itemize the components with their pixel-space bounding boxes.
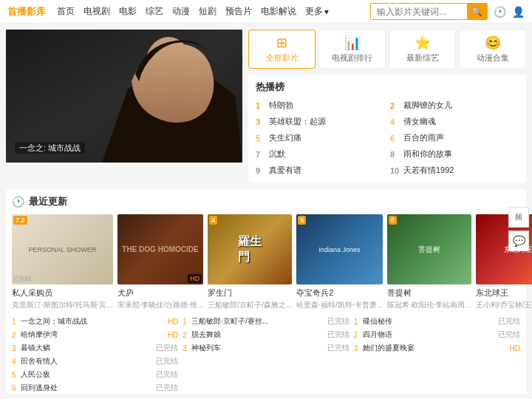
tab-variety[interactable]: ⭐ 最新综艺 [389, 30, 456, 69]
main-nav: 首页 电视剧 电影 综艺 动漫 短剧 预告片 电影解说 更多 ▾ [57, 5, 370, 18]
nav-movie[interactable]: 电影 [119, 5, 137, 18]
nav-review[interactable]: 电影解说 [261, 5, 296, 18]
movie-poster: 5 菩提树 [387, 214, 471, 284]
list-item[interactable]: 2 哈纳摩伊湾 HD [12, 328, 178, 341]
below-col-2: 1 三船敏郎·京町子/赛丝... 已完结 2 脱去舞娘 已完结 3 神秘列车 已… [183, 315, 349, 393]
tab-all-movies[interactable]: ⊞ 全部影片 [248, 30, 316, 69]
tab-tv-rank[interactable]: 📊 电视剧排行 [318, 30, 386, 69]
main-content: 一念之: 城市战战 ⊞ 全部影片 📊 电视剧排行 ⭐ [0, 24, 532, 393]
movie-desc: 克里斯汀·斯图尔特/托马斯·宾... [12, 300, 113, 310]
list-item[interactable]: 3 英雄联盟：起源 [256, 115, 384, 129]
list-item[interactable]: 3 暮镜大鳞 已完结 [12, 341, 178, 355]
list-item[interactable]: 9 真爱有谱 [256, 163, 384, 177]
list-item[interactable]: 5 人民公敌 已完结 [12, 368, 178, 381]
list-item[interactable]: 2 脱去舞娘 已完结 [183, 328, 349, 341]
search-button[interactable]: 🔍 [467, 4, 487, 19]
banner-subtitle: 一念之: 城市战战 [15, 143, 85, 154]
below-grid: 1 一念之间：城市战战 HD 2 哈纳摩伊湾 HD 3 暮镜大鳞 已完结 [12, 315, 520, 393]
list-item[interactable]: 6 百合的雨声 [390, 131, 519, 145]
score-badge: 4 [209, 216, 217, 225]
grid-icon: ⊞ [276, 35, 287, 51]
header-icons: 🕐 👤 [494, 6, 525, 18]
movie-title: 私人采购员 [12, 287, 113, 299]
side-buttons: 频 💬 [508, 207, 529, 251]
score-badge: 5 [389, 216, 397, 225]
movie-desc: 哈里森·福特/凯特·卡普萧... [296, 300, 383, 310]
logo[interactable]: 首播影库 [7, 5, 46, 18]
movie-grid: 7.2 PERSONAL SHOWER 已完结 私人采购员 克里斯汀·斯图尔特/… [12, 214, 520, 310]
score-badge: 5 [298, 216, 306, 225]
below-col-3: 1 碟仙秘传 已完结 2 四月物语 已完结 3 她们的盛夏晚宴 HD [354, 315, 520, 393]
chevron-down-icon: ▾ [324, 7, 329, 17]
history-icon[interactable]: 🕐 [494, 6, 506, 18]
nav-trailer[interactable]: 预告片 [225, 5, 252, 18]
list-item[interactable]: 2 裁脚镣的女儿 [390, 98, 519, 112]
movie-title: 犬庐 [117, 287, 204, 299]
list-item[interactable]: 4 田舍有情人 已完结 [12, 355, 178, 368]
nav-variety[interactable]: 综艺 [146, 5, 163, 18]
list-item[interactable]: 3 她们的盛夏晚宴 HD [354, 341, 520, 355]
list-item[interactable]: 2 四月物语 已完结 [354, 328, 520, 341]
list-item[interactable]: 3 神秘列车 已完结 [183, 341, 349, 355]
search-input[interactable] [371, 4, 467, 19]
header: 首播影库 首页 电视剧 电影 综艺 动漫 短剧 预告片 电影解说 更多 ▾ 🔍 … [0, 0, 532, 24]
list-item[interactable]: 5 失生幻痛 [256, 131, 384, 145]
left-panel: 一念之: 城市战战 ⊞ 全部影片 📊 电视剧排行 ⭐ [6, 30, 526, 387]
tabs: ⊞ 全部影片 📊 电视剧排行 ⭐ 最新综艺 😊 动漫合集 [248, 30, 526, 69]
smile-icon: 😊 [485, 35, 501, 51]
search-box: 🔍 [370, 3, 488, 20]
list-item[interactable]: 8 雨和你的故事 [390, 147, 519, 161]
movie-poster: 7.2 PERSONAL SHOWER 已完结 [12, 214, 113, 284]
nav-short[interactable]: 短剧 [199, 5, 216, 18]
list-item[interactable]: 10 天若有情1992 [390, 163, 519, 177]
movie-card[interactable]: 5 菩提树 菩提树 陈冠希·欧阳伦·李站南周... [387, 214, 471, 310]
nav-tv[interactable]: 电视剧 [83, 5, 110, 18]
nav-home[interactable]: 首页 [57, 5, 75, 18]
movie-title: 夺宝奇兵2 [296, 287, 383, 299]
movie-desc: 宋承熙·李晓佳/台路德·维... [117, 300, 204, 310]
movie-desc: 陈冠希·欧阳伦·李站南周... [387, 300, 471, 310]
list-item[interactable]: 1 一念之间：城市战战 HD [12, 315, 178, 328]
hot-grid: 1 特朗勃 2 裁脚镣的女儿 3 英雄联盟：起源 4 [256, 98, 519, 177]
section-header: 🕐 最近更新 [12, 195, 520, 208]
movie-desc: 王小利/乔宝林/王芸/克丽... [476, 300, 532, 310]
star-icon: ⭐ [415, 35, 431, 51]
list-item[interactable]: 1 特朗勃 [256, 98, 384, 112]
top-row: 一念之: 城市战战 ⊞ 全部影片 📊 电视剧排行 ⭐ [6, 30, 526, 183]
nav-anime[interactable]: 动漫 [172, 5, 190, 18]
list-item[interactable]: 4 倩女幽魂 [390, 115, 519, 129]
score-badge: 7.2 [13, 216, 27, 225]
movie-desc: 三船敏郎/京町子/森雅之... [208, 300, 292, 310]
movie-poster: HD THE DOG HOMOCIDE [117, 214, 204, 284]
section-title: 最近更新 [29, 195, 67, 208]
movie-card[interactable]: 7.2 PERSONAL SHOWER 已完结 私人采购员 克里斯汀·斯图尔特/… [12, 214, 113, 310]
tab-anime[interactable]: 😊 动漫合集 [459, 30, 526, 69]
side-btn-freq[interactable]: 频 [508, 207, 529, 228]
right-panel: ⊞ 全部影片 📊 电视剧排行 ⭐ 最新综艺 😊 动漫合集 [248, 30, 526, 183]
movie-card[interactable]: 5 Indiana Jones 夺宝奇兵2 哈里森·福特/凯特·卡普萧... [296, 214, 383, 310]
chart-icon: 📊 [344, 35, 361, 51]
clock-icon: 🕐 [12, 196, 24, 208]
hot-title: 热播榜 [256, 81, 519, 94]
list-item[interactable]: 1 三船敏郎·京町子/赛丝... 已完结 [183, 315, 349, 328]
side-btn-chat[interactable]: 💬 [508, 231, 529, 251]
recent-section: 🕐 最近更新 7.2 PERSONAL SHOWER 已完结 私人采购员 克里斯… [6, 189, 526, 393]
movie-title: 菩提树 [387, 287, 471, 299]
movie-card[interactable]: HD THE DOG HOMOCIDE 犬庐 宋承熙·李晓佳/台路德·维... [117, 214, 204, 310]
movie-card[interactable]: 4 羅生門 罗生门 三船敏郎/京町子/森雅之... [208, 214, 292, 310]
movie-poster: 4 羅生門 [208, 214, 292, 284]
movie-poster: 5 Indiana Jones [296, 214, 383, 284]
search-icon: 🔍 [471, 7, 482, 17]
user-icon[interactable]: 👤 [512, 6, 525, 18]
movie-title: 东北球王 [476, 287, 532, 299]
nav-more[interactable]: 更多 ▾ [305, 5, 329, 18]
list-item[interactable]: 1 碟仙秘传 已完结 [354, 315, 520, 328]
list-item[interactable]: 7 沉默 [256, 147, 384, 161]
banner[interactable]: 一念之: 城市战战 [6, 30, 242, 163]
list-item[interactable]: 6 回到逃身处 已完结 [12, 381, 178, 393]
below-col-1: 1 一念之间：城市战战 HD 2 哈纳摩伊湾 HD 3 暮镜大鳞 已完结 [12, 315, 178, 393]
hot-list: 热播榜 1 特朗勃 2 裁脚镣的女儿 3 英雄联盟：起源 [248, 75, 526, 183]
movie-title: 罗生门 [208, 287, 292, 299]
